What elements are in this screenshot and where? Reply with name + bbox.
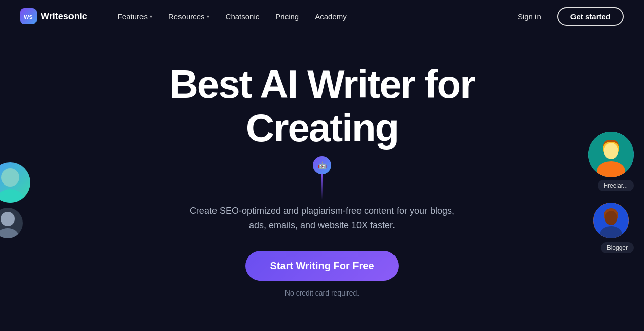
logo[interactable]: ws Writesonic bbox=[20, 8, 87, 24]
svg-point-10 bbox=[605, 211, 617, 225]
get-started-button[interactable]: Get started bbox=[557, 7, 624, 26]
sign-in-button[interactable]: Sign in bbox=[512, 8, 547, 25]
avatar-left-2 bbox=[0, 208, 23, 238]
hero-section: Best AI Writer for Creating 🤖 Create SEO… bbox=[0, 32, 644, 297]
brand-name: Writesonic bbox=[41, 11, 87, 22]
svg-point-2 bbox=[1, 212, 15, 226]
nav-item-features[interactable]: Features ▾ bbox=[112, 8, 158, 25]
cursor-bubble-icon: 🤖 bbox=[313, 156, 331, 174]
svg-point-6 bbox=[604, 143, 618, 159]
blogger-badge: Blogger bbox=[601, 242, 634, 253]
nav-item-resources[interactable]: Resources ▾ bbox=[162, 8, 216, 25]
hero-subtitle: Create SEO-optimized and plagiarism-free… bbox=[185, 204, 459, 233]
cursor-line bbox=[321, 174, 323, 200]
cursor-animation: 🤖 bbox=[313, 156, 331, 200]
svg-point-0 bbox=[1, 168, 19, 187]
side-avatars-left bbox=[0, 152, 35, 243]
freelancer-badge: Freelar... bbox=[598, 180, 634, 191]
chevron-down-icon: ▾ bbox=[207, 14, 209, 19]
nav-item-chatsonic[interactable]: Chatsonic bbox=[220, 8, 266, 25]
chevron-down-icon: ▾ bbox=[150, 14, 152, 19]
nav-item-pricing[interactable]: Pricing bbox=[269, 8, 305, 25]
nav-links: Features ▾ Resources ▾ Chatsonic Pricing… bbox=[112, 8, 512, 25]
no-credit-text: No credit card required. bbox=[285, 289, 359, 297]
cta-button[interactable]: Start Writing For Free bbox=[245, 251, 398, 281]
nav-right: Sign in Get started bbox=[512, 7, 624, 26]
avatar-left-1 bbox=[0, 162, 30, 203]
svg-point-3 bbox=[0, 228, 19, 238]
hero-title: Best AI Writer for Creating bbox=[94, 63, 550, 150]
avatar-woman bbox=[588, 132, 634, 177]
nav-item-academy[interactable]: Academy bbox=[309, 8, 353, 25]
navbar: ws Writesonic Features ▾ Resources ▾ Cha… bbox=[0, 0, 644, 32]
svg-point-1 bbox=[0, 189, 24, 203]
logo-icon: ws bbox=[20, 8, 37, 24]
avatar-man bbox=[593, 203, 629, 238]
